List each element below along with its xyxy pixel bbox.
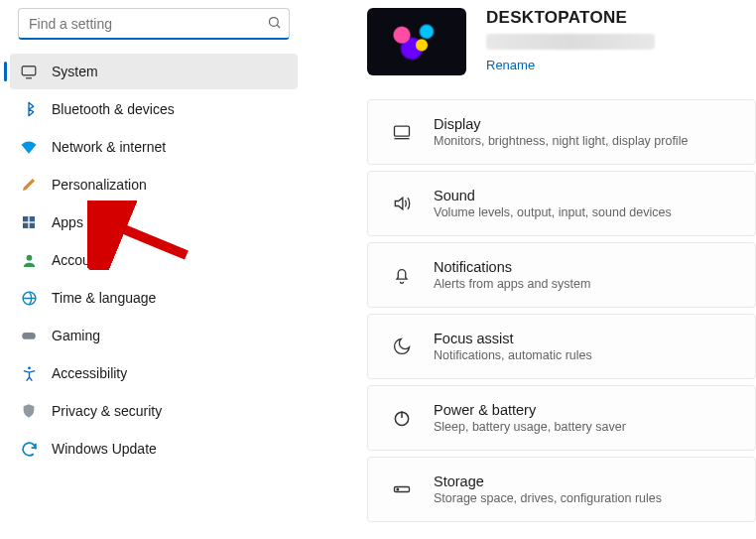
bluetooth-icon [20,100,38,118]
nav-system[interactable]: System [10,54,298,89]
nav-label: Personalization [52,177,147,193]
desktop-wallpaper-preview [367,8,466,75]
card-title: Sound [434,188,672,203]
card-storage[interactable]: Storage Storage space, drives, configura… [367,457,756,522]
settings-nav: System Bluetooth & devices Network & int… [10,54,298,467]
card-sub: Monitors, brightness, night light, displ… [434,134,688,148]
system-main: DESKTOPATONE Rename Display Monitors, br… [308,0,756,539]
accessibility-icon [20,364,38,382]
nav-label: Bluetooth & devices [52,101,175,117]
update-icon [20,440,38,458]
search-icon [267,15,282,33]
search-box [18,8,290,40]
svg-rect-5 [30,216,35,221]
nav-label: Accessibility [52,365,127,381]
svg-rect-7 [30,223,35,228]
settings-cards: Display Monitors, brightness, night ligh… [308,99,756,522]
nav-label: Windows Update [52,441,157,457]
settings-sidebar: System Bluetooth & devices Network & int… [0,0,308,539]
system-icon [20,63,38,80]
display-icon [392,121,412,143]
apps-icon [20,213,38,231]
nav-label: Time & language [52,290,156,306]
nav-personalization[interactable]: Personalization [10,167,298,202]
card-title: Display [434,116,688,132]
power-icon [392,408,412,428]
person-icon [20,251,38,269]
clock-globe-icon [20,289,38,307]
nav-label: Network & internet [52,139,166,155]
nav-accounts[interactable]: Accounts [10,242,298,278]
nav-apps[interactable]: Apps [10,204,298,240]
svg-point-11 [28,366,31,369]
nav-privacy[interactable]: Privacy & security [10,393,298,429]
card-sub: Volume levels, output, input, sound devi… [434,205,672,219]
shield-icon [20,402,38,420]
card-sub: Storage space, drives, configuration rul… [434,491,662,505]
svg-rect-6 [23,223,28,228]
nav-label: Apps [52,214,83,230]
storage-icon [392,478,412,500]
card-power-battery[interactable]: Power & battery Sleep, battery usage, ba… [367,385,756,451]
svg-point-8 [26,254,32,260]
nav-windows-update[interactable]: Windows Update [10,431,298,467]
svg-rect-4 [23,216,28,221]
nav-gaming[interactable]: Gaming [10,318,298,353]
card-title: Focus assist [434,331,592,346]
nav-label: Gaming [52,328,100,343]
card-notifications[interactable]: Notifications Alerts from apps and syste… [367,242,756,308]
nav-time-language[interactable]: Time & language [10,280,298,316]
card-title: Storage [434,473,662,489]
svg-rect-10 [22,333,36,339]
card-sub: Alerts from apps and system [434,277,590,291]
device-subtext-redacted [486,34,655,50]
svg-rect-2 [22,67,36,75]
nav-label: System [52,64,98,79]
card-focus-assist[interactable]: Focus assist Notifications, automatic ru… [367,314,756,379]
card-display[interactable]: Display Monitors, brightness, night ligh… [367,99,756,165]
moon-icon [392,337,412,356]
gamepad-icon [20,327,38,344]
card-title: Power & battery [434,402,626,418]
sound-icon [392,193,412,214]
nav-bluetooth[interactable]: Bluetooth & devices [10,91,298,127]
device-name: DESKTOPATONE [486,8,655,28]
nav-accessibility[interactable]: Accessibility [10,355,298,391]
card-sub: Sleep, battery usage, battery saver [434,420,626,434]
system-header: DESKTOPATONE Rename [308,8,756,99]
card-title: Notifications [434,259,590,275]
svg-point-17 [397,488,399,490]
svg-line-1 [277,25,280,28]
nav-label: Accounts [52,252,109,268]
svg-point-0 [270,18,279,27]
card-sub: Notifications, automatic rules [434,348,592,362]
bell-icon [392,265,412,285]
device-info: DESKTOPATONE Rename [486,8,655,72]
search-input[interactable] [18,8,290,40]
card-sound[interactable]: Sound Volume levels, output, input, soun… [367,171,756,236]
brush-icon [20,176,38,194]
nav-network[interactable]: Network & internet [10,129,298,165]
svg-rect-12 [395,126,410,136]
nav-label: Privacy & security [52,403,162,419]
wifi-icon [20,138,38,156]
rename-link[interactable]: Rename [486,58,535,72]
